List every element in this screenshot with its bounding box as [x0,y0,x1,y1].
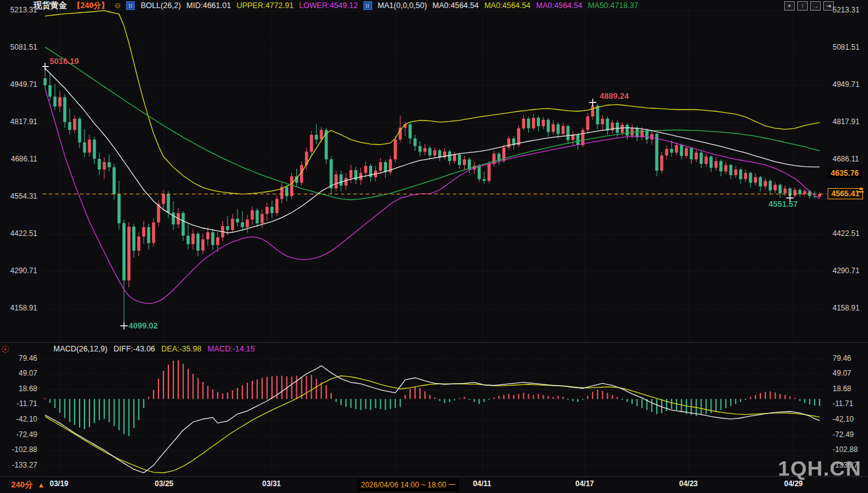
y-axis-label: -102.88 [12,445,37,454]
record-indicator-icon[interactable] [2,346,9,353]
macd-label: MACD(26,12,9) [53,345,107,353]
trading-chart-app: 现货黄金 【240分】 ⊖ || BOLL(26,2) MID:4661.01 … [0,0,868,493]
y-axis-label: 4158.91 [11,304,37,312]
panel-divider [0,342,868,343]
main-price-chart[interactable] [42,9,826,342]
x-axis-label: 04/11 [464,479,501,488]
x-axis-label: 04/29 [775,479,812,488]
y-axis-label: 79.46 [19,354,37,363]
y-axis-label: 49.07 [833,369,851,378]
y-axis-label: 5213.31 [11,6,37,14]
footer-interval[interactable]: 240分 ▲ [11,479,45,491]
price-annotation: 4551.57 [769,199,798,209]
y-axis-label: 4554.31 [11,192,37,201]
y-axis-label: 4158.91 [833,304,859,312]
macd-dea-value: DEA:-35.98 [162,345,202,353]
macd-diff-value: DIFF:-43.06 [114,345,155,353]
price-annotation: 5016.19 [50,57,79,66]
y-axis-label: 4949.71 [11,80,37,89]
y-axis-label: 5213.31 [833,6,859,14]
y-axis-label: -11.71 [17,399,37,408]
watermark: 1QH.CN [778,456,861,481]
y-axis-label: 4686.11 [11,155,38,163]
x-axis-label: 03/25 [145,479,183,488]
macd-chart[interactable] [42,354,826,476]
macd-legend: MACD(26,12,9) DIFF:-43.06 DEA:-35.98 MAC… [53,345,255,353]
y-axis-label: 4949.71 [833,80,859,89]
x-axis-label: 03/19 [40,479,78,488]
y-axis-label: 4422.51 [11,229,37,238]
y-axis-label: 4422.51 [833,229,859,238]
x-axis-label: 04/17 [566,479,603,488]
y-axis-label: 5081.51 [11,43,37,52]
price-annotation: 4099.02 [129,321,158,330]
x-axis-label: 04/23 [670,479,707,488]
y-axis-label: -102.88 [833,445,858,454]
y-axis-label: 18.68 [19,384,37,393]
y-axis-label: 4686.11 [833,155,859,163]
footer-interval-label: 240分 [11,479,33,491]
price-direction-icon: ▲ [858,186,864,192]
y-axis-label: 4290.71 [833,266,859,275]
y-axis-label: 4290.71 [11,266,37,275]
y-axis-label: -133.27 [12,461,37,469]
hover-time-tooltip: 2026/04/06 14:00 ~ 18:00 一 [357,479,459,491]
axis-divider [0,476,868,477]
y-axis-label: 4817.91 [833,117,859,126]
y-axis-label: 49.07 [19,369,37,378]
y-axis-label: 79.46 [833,354,851,363]
y-axis-label: -42.10 [833,415,854,423]
interval-up-icon: ▲ [38,481,45,489]
y-axis-label: -42.10 [16,415,37,423]
y-axis-label: 5081.51 [833,43,859,52]
y-axis-label: 4817.91 [11,117,37,126]
x-axis-label: 03/31 [253,479,290,488]
y-axis-label: -72.49 [16,430,37,439]
y-axis-label: 18.68 [833,384,851,393]
macd-macd-value: MACD:-14.15 [208,345,255,353]
y-axis-label: -11.71 [833,399,853,408]
ask-price-tag: 4635.76 [828,168,862,178]
price-annotation: 4889.24 [600,91,629,101]
y-axis-label: -72.49 [833,430,854,439]
